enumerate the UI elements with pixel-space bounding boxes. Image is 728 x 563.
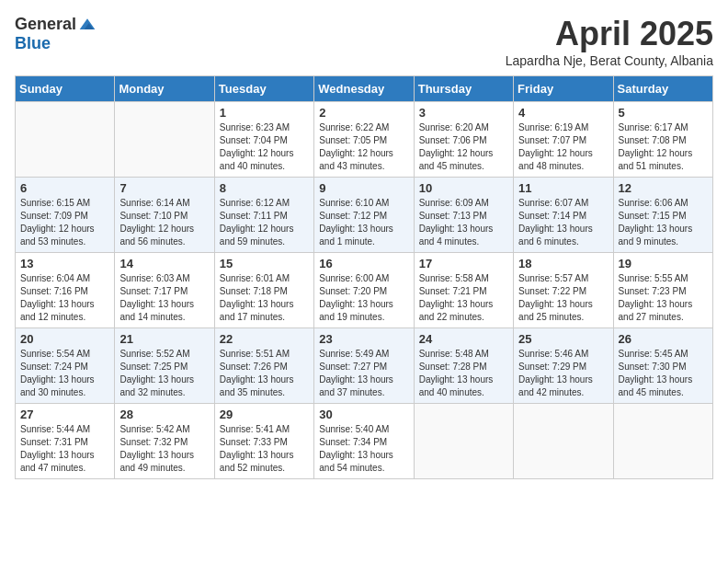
day-info: Sunrise: 6:19 AMSunset: 7:07 PMDaylight:… [518,121,608,173]
sunrise-text: Sunrise: 5:42 AM [119,423,209,436]
sunrise-text: Sunrise: 6:14 AM [119,197,209,210]
sunrise-text: Sunrise: 5:57 AM [518,272,608,285]
sunrise-text: Sunrise: 6:01 AM [220,272,309,285]
sunset-text: Sunset: 7:16 PM [20,285,109,298]
sunset-text: Sunset: 7:22 PM [518,285,608,298]
sunset-text: Sunset: 7:14 PM [518,210,608,223]
table-row: 8Sunrise: 6:12 AMSunset: 7:11 PMDaylight… [214,178,313,253]
table-row: 9Sunrise: 6:10 AMSunset: 7:12 PMDaylight… [314,178,414,253]
day-number: 9 [319,181,408,195]
daylight-text: Daylight: 13 hours and 32 minutes. [119,373,209,399]
month-title: April 2025 [506,15,713,53]
daylight-text: Daylight: 13 hours and 4 minutes. [419,223,508,248]
daylight-text: Daylight: 13 hours and 22 minutes. [419,298,508,324]
sunset-text: Sunset: 7:20 PM [319,285,408,298]
day-number: 18 [518,257,608,270]
sunset-text: Sunset: 7:17 PM [119,285,209,298]
sunrise-text: Sunrise: 6:06 AM [619,197,708,210]
sunrise-text: Sunrise: 6:07 AM [518,197,608,210]
col-tuesday: Tuesday [214,76,313,102]
daylight-text: Daylight: 12 hours and 53 minutes. [20,223,109,248]
calendar-week-row: 13Sunrise: 6:04 AMSunset: 7:16 PMDayligh… [16,253,713,328]
day-info: Sunrise: 6:15 AMSunset: 7:09 PMDaylight:… [20,197,109,248]
table-row: 30Sunrise: 5:40 AMSunset: 7:34 PMDayligh… [314,404,414,479]
daylight-text: Daylight: 12 hours and 59 minutes. [220,223,309,248]
sunset-text: Sunset: 7:33 PM [220,436,309,449]
day-number: 22 [220,332,309,346]
day-info: Sunrise: 6:22 AMSunset: 7:05 PMDaylight:… [319,121,408,173]
day-number: 30 [319,408,408,421]
daylight-text: Daylight: 13 hours and 9 minutes. [619,223,708,248]
day-info: Sunrise: 5:49 AMSunset: 7:27 PMDaylight:… [319,348,408,399]
daylight-text: Daylight: 12 hours and 43 minutes. [319,147,408,173]
day-info: Sunrise: 5:52 AMSunset: 7:25 PMDaylight:… [119,348,209,399]
sunrise-text: Sunrise: 5:40 AM [319,423,408,436]
daylight-text: Daylight: 12 hours and 40 minutes. [220,147,309,173]
sunset-text: Sunset: 7:04 PM [220,134,309,147]
sunrise-text: Sunrise: 6:20 AM [419,121,508,134]
col-saturday: Saturday [613,76,712,102]
table-row: 11Sunrise: 6:07 AMSunset: 7:14 PMDayligh… [514,178,613,253]
day-number: 24 [419,332,508,346]
table-row [16,102,115,178]
daylight-text: Daylight: 12 hours and 48 minutes. [518,147,608,173]
daylight-text: Daylight: 12 hours and 56 minutes. [119,223,209,248]
day-info: Sunrise: 6:04 AMSunset: 7:16 PMDaylight:… [20,272,109,324]
sunset-text: Sunset: 7:29 PM [518,361,608,373]
daylight-text: Daylight: 13 hours and 1 minute. [319,223,408,248]
sunset-text: Sunset: 7:21 PM [419,285,508,298]
table-row: 20Sunrise: 5:54 AMSunset: 7:24 PMDayligh… [16,328,115,404]
col-sunday: Sunday [16,76,115,102]
day-info: Sunrise: 6:12 AMSunset: 7:11 PMDaylight:… [220,197,309,248]
daylight-text: Daylight: 13 hours and 17 minutes. [220,298,309,324]
table-row [514,404,613,479]
day-info: Sunrise: 5:51 AMSunset: 7:26 PMDaylight:… [220,348,309,399]
day-info: Sunrise: 6:00 AMSunset: 7:20 PMDaylight:… [319,272,408,324]
daylight-text: Daylight: 13 hours and 6 minutes. [518,223,608,248]
daylight-text: Daylight: 13 hours and 47 minutes. [20,449,109,475]
day-number: 20 [20,332,109,346]
sunrise-text: Sunrise: 6:09 AM [419,197,508,210]
day-info: Sunrise: 5:40 AMSunset: 7:34 PMDaylight:… [319,423,408,475]
day-number: 16 [319,257,408,270]
sunrise-text: Sunrise: 6:10 AM [319,197,408,210]
day-info: Sunrise: 6:03 AMSunset: 7:17 PMDaylight:… [119,272,209,324]
table-row [414,404,513,479]
calendar-week-row: 6Sunrise: 6:15 AMSunset: 7:09 PMDaylight… [16,178,713,253]
table-row: 29Sunrise: 5:41 AMSunset: 7:33 PMDayligh… [214,404,313,479]
sunrise-text: Sunrise: 5:49 AM [319,348,408,361]
table-row: 26Sunrise: 5:45 AMSunset: 7:30 PMDayligh… [613,328,712,404]
location-subtitle: Lapardha Nje, Berat County, Albania [506,53,713,68]
day-info: Sunrise: 6:01 AMSunset: 7:18 PMDaylight:… [220,272,309,324]
day-info: Sunrise: 6:07 AMSunset: 7:14 PMDaylight:… [518,197,608,248]
day-info: Sunrise: 6:06 AMSunset: 7:15 PMDaylight:… [619,197,708,248]
sunset-text: Sunset: 7:15 PM [619,210,708,223]
day-number: 26 [619,332,708,346]
sunrise-text: Sunrise: 6:00 AM [319,272,408,285]
sunrise-text: Sunrise: 6:17 AM [619,121,708,134]
daylight-text: Daylight: 13 hours and 12 minutes. [20,298,109,324]
table-row: 3Sunrise: 6:20 AMSunset: 7:06 PMDaylight… [414,102,513,178]
logo: General Blue [15,15,97,53]
sunrise-text: Sunrise: 6:22 AM [319,121,408,134]
day-number: 5 [619,106,708,120]
day-number: 10 [419,181,508,195]
sunrise-text: Sunrise: 6:19 AM [518,121,608,134]
table-row: 21Sunrise: 5:52 AMSunset: 7:25 PMDayligh… [115,328,214,404]
day-number: 6 [20,181,109,195]
page-header: General Blue April 2025 Lapardha Nje, Be… [15,15,713,68]
day-info: Sunrise: 5:45 AMSunset: 7:30 PMDaylight:… [619,348,708,399]
calendar-table: Sunday Monday Tuesday Wednesday Thursday… [15,75,713,479]
day-info: Sunrise: 5:58 AMSunset: 7:21 PMDaylight:… [419,272,508,324]
daylight-text: Daylight: 13 hours and 37 minutes. [319,373,408,399]
day-number: 19 [619,257,708,270]
calendar-week-row: 20Sunrise: 5:54 AMSunset: 7:24 PMDayligh… [16,328,713,404]
col-friday: Friday [514,76,613,102]
day-number: 4 [518,106,608,120]
sunset-text: Sunset: 7:25 PM [119,361,209,373]
sunset-text: Sunset: 7:10 PM [119,210,209,223]
daylight-text: Daylight: 13 hours and 14 minutes. [119,298,209,324]
day-number: 14 [119,257,209,270]
table-row: 25Sunrise: 5:46 AMSunset: 7:29 PMDayligh… [514,328,613,404]
day-info: Sunrise: 5:55 AMSunset: 7:23 PMDaylight:… [619,272,708,324]
